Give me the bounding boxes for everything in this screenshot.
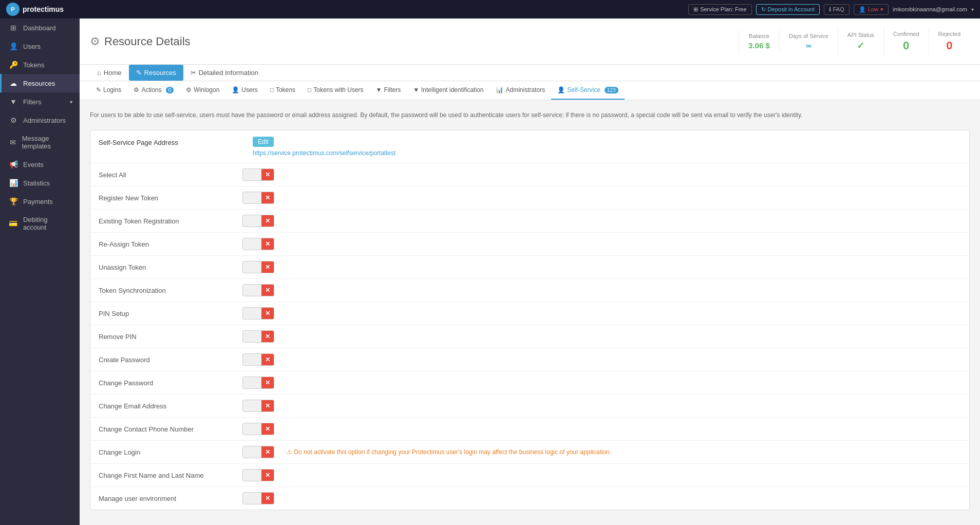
sidebar-label-filters: Filters [23, 98, 41, 106]
toggle-change-name[interactable]: ✕ [242, 469, 274, 481]
sidebar-label-payments: Payments [23, 198, 53, 205]
sidebar-item-statistics[interactable]: 📊 Statistics [0, 174, 80, 192]
toggle-x-button-unassign-token[interactable]: ✕ [261, 261, 274, 273]
toggle-off-pin-setup [243, 308, 261, 319]
breadcrumb-detailed[interactable]: ✂ Detailed Information [183, 65, 266, 81]
tab-winlogon[interactable]: ⚙ Winlogon [180, 81, 225, 100]
sidebar-item-dashboard[interactable]: ⊞ Dashboard [0, 18, 80, 37]
toggle-x-button-remove-pin[interactable]: ✕ [261, 331, 274, 342]
service-plan-button[interactable]: ⊞ Service Plan: Free [688, 4, 751, 15]
toggle-x-button-change-phone[interactable]: ✕ [261, 423, 274, 435]
toggle-off-token-sync [243, 285, 261, 296]
tab-filters[interactable]: ▼ Filters [370, 81, 407, 100]
breadcrumb-resources-label: Resources [144, 69, 176, 77]
toggle-x-button-change-name[interactable]: ✕ [261, 470, 274, 481]
toggle-change-login[interactable]: ✕ [242, 446, 274, 458]
toggle-create-password[interactable]: ✕ [242, 353, 274, 366]
toggle-off-select-all [243, 169, 261, 180]
form-row-unassign-token: Unassign Token✕ [90, 256, 969, 279]
row-label-re-assign-token: Re-Assign Token [99, 240, 242, 248]
address-section: Self-Service Page Address Edit https://s… [90, 130, 969, 163]
sidebar-label-tokens: Tokens [23, 61, 44, 69]
address-link[interactable]: https://service.protectimus.com/selfserv… [253, 149, 395, 157]
sidebar-item-users[interactable]: 👤 Users [0, 37, 80, 55]
sidebar-item-tokens[interactable]: 🔑 Tokens [0, 55, 80, 74]
tab-logins[interactable]: ✎ Logins [90, 81, 127, 100]
winlogon-icon: ⚙ [186, 86, 192, 93]
sidebar-label-users: Users [23, 43, 41, 50]
sidebar-item-payments[interactable]: 🏆 Payments [0, 192, 80, 211]
toggle-x-button-change-email[interactable]: ✕ [261, 400, 274, 411]
row-warning-change-login: ⚠ Do not activate this option if changin… [287, 448, 611, 456]
toggle-unassign-token[interactable]: ✕ [242, 261, 274, 273]
toggle-x-button-register-new-token[interactable]: ✕ [261, 192, 274, 203]
toggle-pin-setup[interactable]: ✕ [242, 307, 274, 320]
toggle-change-password[interactable]: ✕ [242, 377, 274, 389]
tab-actions[interactable]: ⚙ Actions 0 [127, 81, 180, 100]
toggle-off-manage-env [243, 493, 261, 504]
row-control-register-new-token: ✕ [242, 192, 274, 204]
breadcrumb-resources[interactable]: ✎ Resources [129, 65, 183, 81]
faq-button[interactable]: ℹ FAQ [824, 4, 850, 15]
toggle-manage-env[interactable]: ✕ [242, 492, 274, 504]
stat-days: Days of Service ∞ [779, 29, 838, 54]
info-text: For users to be able to use self-service… [90, 110, 970, 120]
toggle-select-all[interactable]: ✕ [242, 168, 274, 181]
toggle-x-button-existing-token[interactable]: ✕ [261, 215, 274, 227]
debiting-icon: 💳 [9, 219, 18, 228]
toggle-remove-pin[interactable]: ✕ [242, 330, 274, 343]
toggle-x-button-change-login[interactable]: ✕ [261, 446, 274, 458]
sidebar-item-events[interactable]: 📢 Events [0, 155, 80, 174]
form-row-change-login: Change Login✕⚠ Do not activate this opti… [90, 441, 969, 464]
toggle-register-new-token[interactable]: ✕ [242, 192, 274, 204]
tab-tokens[interactable]: □ Tokens [264, 81, 301, 100]
days-value: ∞ [789, 41, 828, 50]
row-label-remove-pin: Remove PIN [99, 333, 242, 341]
sidebar-label-statistics: Statistics [23, 179, 50, 187]
toggle-change-phone[interactable]: ✕ [242, 423, 274, 435]
sidebar-item-message-templates[interactable]: ✉ Message templates [0, 129, 80, 155]
sidebar-label-administrators: Administrators [23, 117, 66, 124]
toggle-x-button-create-password[interactable]: ✕ [261, 354, 274, 365]
row-label-unassign-token: Unassign Token [99, 264, 242, 271]
sidebar-item-debiting[interactable]: 💳 Debiting account [0, 211, 80, 236]
row-control-change-name: ✕ [242, 469, 274, 481]
confirmed-label: Confirmed [893, 31, 919, 37]
toggle-change-email[interactable]: ✕ [242, 400, 274, 412]
row-label-change-name: Change First Name and Last Name [99, 472, 242, 479]
tab-tokens-users-label: Tokens with Users [313, 86, 363, 93]
filters-chevron-icon: ▾ [70, 99, 72, 105]
nav-right: ⊞ Service Plan: Free ↻ Deposit in Accoun… [688, 4, 974, 15]
sidebar-item-administrators[interactable]: ⚙ Administrators [0, 111, 80, 129]
deposit-button[interactable]: ↻ Deposit in Account [756, 4, 820, 15]
dashboard-icon: ⊞ [9, 24, 18, 32]
tabs-bar: ✎ Logins ⚙ Actions 0 ⚙ Winlogon 👤 Users … [80, 81, 980, 100]
sidebar-item-resources[interactable]: ☁ Resources [0, 74, 80, 92]
alert-icon: 👤 [859, 6, 866, 13]
toggle-token-sync[interactable]: ✕ [242, 284, 274, 296]
toggle-x-button-token-sync[interactable]: ✕ [261, 285, 274, 296]
alert-button[interactable]: 👤 Low ▾ [854, 4, 889, 15]
deposit-icon: ↻ [761, 6, 766, 13]
toggle-x-button-re-assign-token[interactable]: ✕ [261, 238, 274, 250]
tab-administrators-label: Administrators [505, 86, 545, 93]
toggle-x-button-pin-setup[interactable]: ✕ [261, 308, 274, 319]
toggle-off-change-name [243, 470, 261, 481]
toggle-existing-token[interactable]: ✕ [242, 215, 274, 227]
toggle-x-button-select-all[interactable]: ✕ [261, 169, 274, 180]
tab-users[interactable]: 👤 Users [225, 81, 263, 100]
edit-button[interactable]: Edit [253, 137, 274, 147]
tab-intelligent[interactable]: ▼ Intelligent identification [407, 81, 489, 100]
toggle-off-re-assign-token [243, 238, 261, 250]
tab-intelligent-label: Intelligent identification [421, 86, 483, 93]
tab-self-service[interactable]: 👤 Self-Service 123 [551, 81, 624, 100]
sidebar-item-filters[interactable]: ▼ Filters ▾ [0, 92, 80, 111]
tab-administrators[interactable]: 📊 Administrators [489, 81, 551, 100]
toggle-x-button-manage-env[interactable]: ✕ [261, 493, 274, 504]
toggle-x-button-change-password[interactable]: ✕ [261, 377, 274, 388]
breadcrumb-home[interactable]: ⌂ Home [90, 65, 129, 81]
tab-tokens-users[interactable]: □ Tokens with Users [301, 81, 370, 100]
toggle-re-assign-token[interactable]: ✕ [242, 238, 274, 250]
breadcrumb-resources-icon: ✎ [136, 69, 142, 77]
toggle-off-register-new-token [243, 192, 261, 203]
